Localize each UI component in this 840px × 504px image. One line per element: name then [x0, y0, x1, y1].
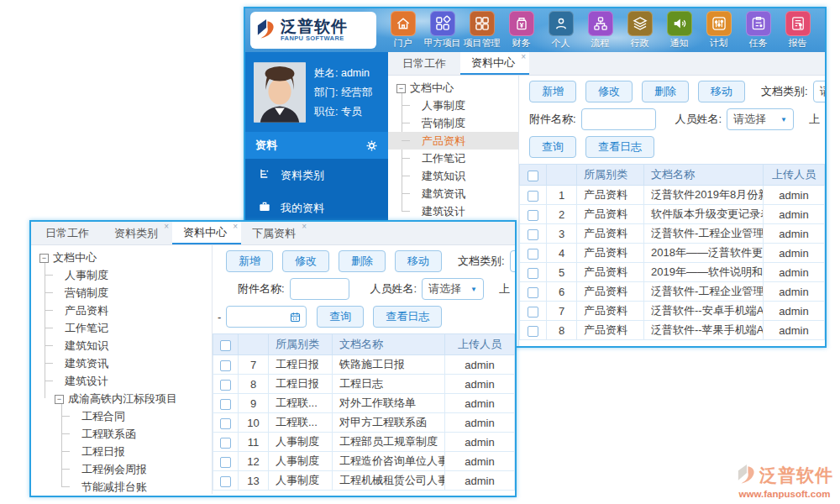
tab-1[interactable]: 日常工作	[391, 52, 460, 75]
tree-item[interactable]: 工程联系函	[31, 425, 212, 443]
sidebar-item-category[interactable]: 资料类别	[245, 159, 388, 192]
tree-item[interactable]: 工程日报	[31, 443, 212, 460]
select-all-checkbox[interactable]	[220, 340, 231, 351]
row-checkbox[interactable]	[220, 438, 231, 449]
tree-item[interactable]: −成渝高铁内江标段项目	[31, 390, 212, 407]
add-button[interactable]: 新增	[529, 81, 576, 102]
nav-item-home[interactable]: 门户	[383, 11, 423, 50]
select-all-checkbox[interactable]	[528, 171, 538, 181]
row-doc-name: 2018年——泛普软件更新记...	[644, 244, 764, 263]
close-icon[interactable]: ×	[521, 53, 526, 61]
row-checkbox[interactable]	[220, 399, 231, 410]
tree-item[interactable]: 工作笔记	[388, 150, 518, 167]
tab-1[interactable]: 日常工作	[34, 222, 103, 244]
delete-button[interactable]: 删除	[339, 250, 386, 272]
tree-item[interactable]: 人事制度	[31, 266, 212, 284]
tree-item[interactable]: 建筑知识	[31, 337, 212, 354]
row-category: 人事制度	[269, 471, 333, 491]
tree-item[interactable]: 建筑设计	[388, 202, 518, 220]
move-button[interactable]: 移动	[395, 250, 442, 272]
tree-item[interactable]: 建筑资讯	[31, 354, 212, 372]
move-button[interactable]: 移动	[698, 81, 745, 102]
tree-item[interactable]: 工程例会周报	[31, 460, 212, 478]
doc-type-select[interactable]: 请选择 ▼	[510, 250, 515, 272]
nav-item-layers[interactable]: 行政	[620, 11, 659, 50]
tree-item[interactable]: 节能减排台账	[31, 478, 212, 494]
nav-item-person[interactable]: 个人	[541, 11, 580, 50]
person-select[interactable]: 请选择 ▼	[727, 108, 794, 130]
gear-icon[interactable]	[365, 139, 378, 152]
tree-item[interactable]: 营销制度	[388, 114, 518, 132]
edit-button[interactable]: 修改	[585, 81, 633, 102]
row-checkbox[interactable]	[528, 287, 538, 298]
row-checkbox[interactable]	[528, 268, 538, 279]
nav-item-speaker[interactable]: 通知	[659, 11, 699, 50]
query-button[interactable]: 查询	[317, 306, 364, 328]
delete-button[interactable]: 删除	[642, 81, 689, 102]
nav-item-label: 甲方项目	[424, 37, 461, 50]
table-row: 11人事制度工程部员工规章制度admin	[213, 433, 515, 452]
tab-2[interactable]: 资料中心×	[460, 52, 529, 75]
row-checkbox[interactable]	[528, 210, 538, 221]
row-checkbox[interactable]	[528, 229, 538, 240]
nav-item-grid[interactable]: 项目管理	[462, 11, 501, 50]
edit-button[interactable]: 修改	[282, 250, 329, 272]
date-input[interactable]	[226, 306, 307, 328]
fanpu-logo-icon	[255, 18, 281, 43]
collapse-icon[interactable]: −	[39, 254, 49, 263]
nav-item-flow[interactable]: 流程	[580, 11, 620, 50]
doc-type-select[interactable]: 请选择 ▼	[813, 81, 825, 102]
tree-item[interactable]: 营销制度	[31, 284, 212, 302]
row-checkbox[interactable]	[220, 380, 231, 391]
tree-item[interactable]: 工作笔记	[31, 319, 212, 337]
row-doc-name: 泛普软件-工程企业管理系统...	[644, 224, 764, 244]
user-profile: 姓名: admin部门: 经营部职位: 专员	[245, 52, 388, 132]
tab-3[interactable]: 资料中心×	[172, 222, 241, 244]
row-checkbox[interactable]	[220, 418, 231, 429]
query-button[interactable]: 查询	[529, 136, 576, 158]
nav-item-report[interactable]: 报告	[778, 11, 817, 50]
close-icon[interactable]: ×	[233, 223, 238, 231]
row-checkbox[interactable]	[220, 457, 231, 468]
nav-item-label: 个人	[552, 37, 570, 50]
tree-item[interactable]: 产品资料	[388, 132, 518, 150]
tree-item[interactable]: −文档中心	[388, 79, 518, 97]
row-category: 产品资料	[577, 282, 644, 302]
table-row: 13人事制度工程机械租赁公司人事管理...admin	[213, 471, 515, 491]
tree-item[interactable]: 产品资料	[31, 302, 212, 319]
row-checkbox[interactable]	[220, 476, 231, 487]
row-checkbox[interactable]	[528, 191, 538, 202]
attachment-input[interactable]	[581, 108, 657, 130]
add-button[interactable]: 新增	[226, 250, 273, 272]
collapse-icon[interactable]: −	[396, 84, 406, 93]
row-checkbox[interactable]	[220, 360, 231, 371]
collapse-icon[interactable]: −	[55, 395, 64, 404]
nav-item-clipboard[interactable]: 任务	[738, 11, 778, 50]
row-category: 产品资料	[577, 224, 644, 244]
row-uploader: admin	[445, 471, 515, 491]
row-checkbox[interactable]	[528, 307, 538, 318]
row-doc-name: 泛普软件--苹果手机端APP下载	[644, 321, 764, 340]
nav-item-money[interactable]: 财务	[501, 11, 541, 50]
close-icon[interactable]: ×	[302, 223, 307, 231]
tree-item-label: 产品资料	[65, 304, 108, 317]
row-checkbox[interactable]	[528, 249, 538, 260]
tab-2[interactable]: 资料类别×	[103, 222, 172, 244]
tree-item-label: 人事制度	[422, 99, 465, 112]
tree-item[interactable]: −文档中心	[31, 249, 212, 266]
view-log-button[interactable]: 查看日志	[373, 306, 442, 328]
row-checkbox[interactable]	[528, 326, 538, 337]
tree-item[interactable]: 人事制度	[388, 97, 518, 114]
tab-4[interactable]: 下属资料×	[241, 222, 310, 244]
tree-item[interactable]: 建筑资讯	[388, 185, 518, 202]
tree-item[interactable]: 工程合同	[31, 407, 212, 425]
person-select[interactable]: 请选择 ▼	[422, 278, 484, 300]
nav-item-sliders[interactable]: 计划	[699, 11, 738, 50]
view-log-button[interactable]: 查看日志	[585, 136, 654, 158]
close-icon[interactable]: ×	[164, 223, 169, 231]
nav-item-grid-diamond[interactable]: 甲方项目	[423, 11, 462, 50]
tree-item[interactable]: 建筑设计	[31, 372, 212, 390]
tree-item[interactable]: 建筑知识	[388, 167, 518, 185]
person-value: 请选择	[428, 281, 461, 297]
attachment-input[interactable]	[290, 278, 350, 300]
